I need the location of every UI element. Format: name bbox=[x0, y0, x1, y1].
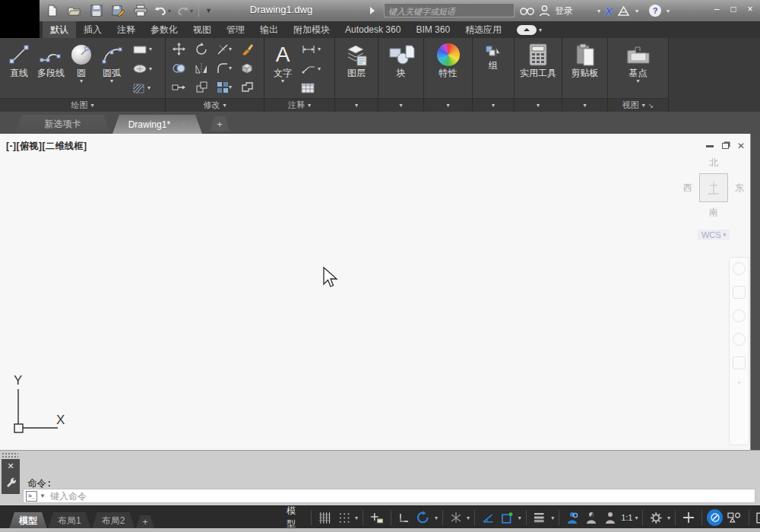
polar-dropdown[interactable]: ▾ bbox=[435, 515, 438, 521]
snap-dropdown[interactable]: ▾ bbox=[355, 515, 358, 521]
dimension-dropdown[interactable]: ▾ bbox=[318, 46, 321, 52]
explode-button[interactable] bbox=[240, 62, 254, 74]
isolate-objects-toggle[interactable] bbox=[725, 508, 743, 527]
autodesk360-icon[interactable] bbox=[617, 5, 630, 17]
panel-title-layers[interactable]: ▾ bbox=[335, 98, 378, 112]
file-tab-drawing1[interactable]: Drawing1* ✕ bbox=[112, 115, 202, 134]
viewport-minimize-icon[interactable] bbox=[706, 145, 714, 147]
new-file-button[interactable] bbox=[44, 2, 61, 19]
ribbon-collapse-button[interactable] bbox=[517, 25, 537, 35]
maximize-button[interactable]: □ bbox=[727, 3, 740, 15]
viewcube-west[interactable]: 西 bbox=[683, 182, 692, 195]
panel-launcher-icon[interactable]: ↘ bbox=[648, 102, 654, 109]
help-dropdown[interactable]: ▾ bbox=[667, 8, 670, 14]
fillet-dropdown[interactable]: ▾ bbox=[229, 65, 232, 71]
polar-tracking-toggle[interactable] bbox=[414, 508, 432, 527]
panel-title-clipboard[interactable]: ▾ bbox=[562, 98, 607, 112]
rotate-button[interactable] bbox=[195, 43, 208, 56]
redo-dropdown[interactable]: ▾ bbox=[190, 8, 193, 14]
viewcube-east[interactable]: 东 bbox=[735, 182, 744, 195]
mirror-button[interactable] bbox=[195, 62, 208, 74]
layout-add-button[interactable]: + bbox=[135, 515, 154, 529]
open-file-button[interactable] bbox=[66, 2, 83, 19]
isodraft-dropdown[interactable]: ▾ bbox=[467, 515, 470, 521]
annotation-visibility-toggle[interactable] bbox=[564, 508, 581, 527]
properties-button[interactable]: 特性 bbox=[432, 40, 464, 98]
annotation-scale-button[interactable] bbox=[602, 508, 619, 527]
fillet-button[interactable]: ▾ bbox=[217, 62, 232, 74]
leader-button[interactable]: ▾ bbox=[301, 62, 321, 76]
exchange-apps-icon[interactable]: X bbox=[605, 5, 613, 17]
tab-annotate[interactable]: 注释 bbox=[109, 21, 143, 38]
object-snap-tracking-toggle[interactable] bbox=[480, 508, 496, 527]
stretch-button[interactable] bbox=[172, 82, 186, 93]
annotation-scale-value[interactable]: 1:1 bbox=[621, 513, 632, 522]
command-close-icon[interactable]: ✕ bbox=[7, 462, 14, 470]
signin-dropdown[interactable]: ▾ bbox=[597, 8, 600, 14]
lineweight-toggle[interactable] bbox=[531, 508, 549, 527]
graphics-performance-toggle[interactable] bbox=[707, 509, 723, 526]
annotation-autoscale-toggle[interactable] bbox=[583, 508, 600, 527]
block-button[interactable]: 块 bbox=[385, 40, 417, 98]
circle-dropdown[interactable]: ▾ bbox=[80, 78, 83, 84]
layout-tab-layout2[interactable]: 布局2 bbox=[92, 512, 135, 529]
save-as-button[interactable] bbox=[110, 2, 127, 19]
tab-autodesk360[interactable]: Autodesk 360 bbox=[337, 21, 408, 38]
panel-title-properties[interactable]: ▾ bbox=[424, 98, 472, 112]
clipboard-button[interactable]: 剪贴板 bbox=[565, 40, 604, 98]
workspace-dropdown[interactable]: ▾ bbox=[667, 515, 670, 521]
zoom-extents-icon[interactable] bbox=[733, 309, 746, 322]
navigation-bar[interactable]: ▾ bbox=[729, 257, 749, 445]
layout-tab-model[interactable]: 模型 bbox=[9, 512, 47, 529]
file-tab-close-icon[interactable]: ✕ bbox=[179, 119, 186, 129]
panel-title-block[interactable]: ▾ bbox=[378, 98, 423, 112]
arc-dropdown[interactable]: ▾ bbox=[110, 78, 113, 84]
viewcube-north[interactable]: 北 bbox=[679, 157, 748, 169]
model-paper-toggle[interactable]: 模型 bbox=[284, 508, 306, 527]
a360-dropdown[interactable]: ▾ bbox=[635, 8, 638, 14]
viewport-restore-icon[interactable] bbox=[722, 143, 729, 149]
edit-polyline-button[interactable] bbox=[241, 81, 254, 93]
ellipse-button[interactable]: ▾ bbox=[132, 62, 152, 76]
close-button[interactable]: × bbox=[743, 3, 757, 15]
tab-manage[interactable]: 管理 bbox=[219, 21, 252, 38]
dynamic-input-toggle[interactable] bbox=[368, 508, 385, 527]
undo-dropdown[interactable]: ▾ bbox=[168, 8, 171, 14]
ribbon-collapse-dropdown[interactable]: ▾ bbox=[539, 27, 542, 33]
undo-button[interactable]: ▾ bbox=[154, 2, 171, 19]
hatch-dropdown[interactable]: ▾ bbox=[147, 85, 150, 91]
signin-label[interactable]: 登录 bbox=[555, 5, 573, 17]
showmotion-icon[interactable] bbox=[733, 356, 746, 369]
workspace-switching-button[interactable] bbox=[648, 508, 664, 527]
command-drag-grip[interactable] bbox=[2, 452, 18, 458]
viewcube-top-face[interactable] bbox=[699, 173, 728, 202]
lineweight-dropdown[interactable]: ▾ bbox=[551, 515, 554, 521]
polyline-button[interactable]: 多段线 bbox=[35, 40, 67, 98]
base-button[interactable]: 基点 ▾ bbox=[618, 40, 659, 98]
panel-title-utilities[interactable]: ▾ bbox=[515, 98, 562, 112]
title-expand-arrow-icon[interactable] bbox=[370, 7, 375, 14]
panel-title-draw[interactable]: 绘图▾ bbox=[0, 98, 165, 112]
base-dropdown[interactable]: ▾ bbox=[636, 78, 639, 84]
layers-button[interactable]: 图层 bbox=[340, 40, 372, 98]
panel-title-group[interactable]: ▾ bbox=[473, 98, 514, 112]
snap-mode-toggle[interactable] bbox=[336, 508, 353, 527]
arc-button[interactable]: 圆弧 ▾ bbox=[96, 40, 128, 98]
grid-display-toggle[interactable] bbox=[316, 508, 333, 527]
minimize-button[interactable]: – bbox=[710, 3, 724, 15]
viewcube[interactable]: 北 西 东 南 WCS ▾ bbox=[679, 157, 748, 240]
command-input-bar[interactable]: >_ ▼ bbox=[23, 489, 755, 503]
copy-button[interactable] bbox=[172, 62, 186, 74]
trim-dropdown[interactable]: ▾ bbox=[229, 46, 232, 52]
line-button[interactable]: 直线 bbox=[3, 40, 35, 98]
dimension-button[interactable]: ▾ bbox=[301, 43, 321, 56]
panel-title-view[interactable]: 视图▾ ↘ bbox=[608, 98, 668, 112]
ortho-mode-toggle[interactable] bbox=[395, 508, 412, 527]
trim-button[interactable]: ▾ bbox=[217, 43, 232, 55]
recent-commands-dropdown[interactable]: ▼ bbox=[40, 492, 46, 499]
drawing-canvas[interactable]: [-][俯视][二维线框] ✕ 北 西 东 南 WCS ▾ ▾ Y bbox=[0, 134, 760, 450]
full-navigation-wheel-icon[interactable] bbox=[733, 262, 746, 275]
command-prompt-icon[interactable]: >_ bbox=[26, 491, 37, 502]
leader-dropdown[interactable]: ▾ bbox=[318, 66, 321, 72]
rectangle-dropdown[interactable]: ▾ bbox=[149, 46, 152, 52]
